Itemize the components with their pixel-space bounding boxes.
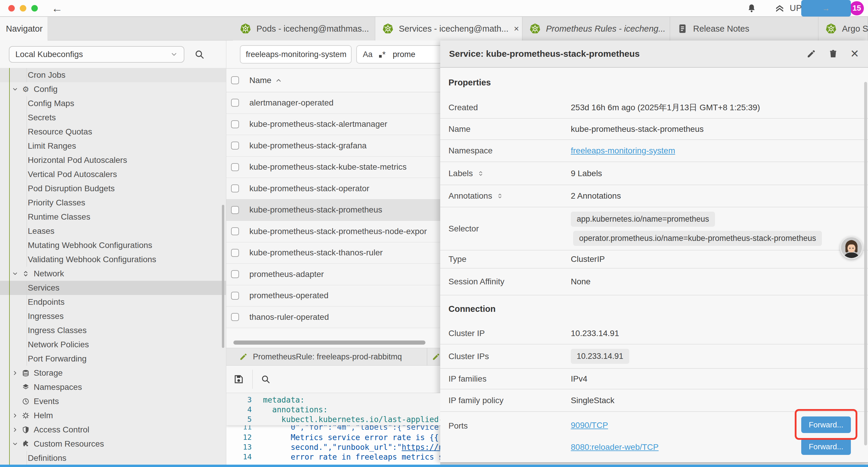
chevron-down-icon[interactable]: [12, 441, 18, 447]
yaml-editor[interactable]: 3metadata: 4 annotations: 5 kubectl.kube…: [226, 393, 440, 465]
delete-trash-icon[interactable]: [829, 49, 838, 59]
row-checkbox[interactable]: [231, 206, 239, 214]
tab-services[interactable]: Services - icecheng@math... ×: [375, 17, 522, 40]
sidebar-item-config-maps[interactable]: Config Maps: [0, 96, 226, 111]
sidebar-group-network[interactable]: Network: [0, 267, 226, 281]
table-row[interactable]: prometheus-operated: [226, 285, 440, 307]
row-checkbox[interactable]: [231, 292, 239, 300]
row-checkbox[interactable]: [231, 99, 239, 107]
forward-port-button[interactable]: Forward...: [801, 438, 851, 455]
minimize-window-button[interactable]: [20, 5, 26, 11]
sidebar-item-vertical-pod-autoscalers[interactable]: Vertical Pod Autoscalers: [0, 167, 226, 181]
close-tab-icon[interactable]: ×: [514, 24, 519, 34]
forward-button[interactable]: →: [801, 0, 851, 17]
expand-collapse-icon[interactable]: [496, 193, 503, 200]
port-link-8080[interactable]: 8080:reloader-web/TCP: [571, 442, 658, 453]
sidebar-item-horizontal-pod-autoscalers[interactable]: Horizontal Pod Autoscalers: [0, 153, 226, 167]
sidebar-item-endpoints[interactable]: Endpoints: [0, 295, 226, 309]
tab-prometheus-rules[interactable]: Prometheus Rules - icecheng...: [522, 17, 670, 40]
tab-pods[interactable]: Pods - icecheng@mathmas...: [233, 17, 375, 40]
port-link-9090[interactable]: 9090/TCP: [571, 420, 658, 431]
table-row[interactable]: alertmanager-operated: [226, 92, 440, 114]
editor-tab-partial[interactable]: [427, 348, 440, 365]
filter-query-input[interactable]: [392, 50, 438, 59]
assistant-avatar[interactable]: [840, 236, 863, 259]
sidebar-item-port-forwarding[interactable]: Port Forwarding: [0, 352, 226, 366]
sidebar-group-access-control[interactable]: Access Control: [0, 423, 226, 437]
chevron-right-icon[interactable]: [12, 412, 18, 419]
row-checkbox[interactable]: [231, 163, 239, 171]
save-icon[interactable]: [234, 374, 244, 384]
sidebar-item-secrets[interactable]: Secrets: [0, 111, 226, 125]
row-checkbox[interactable]: [231, 249, 239, 257]
editor-tab-prometheusrule[interactable]: PrometheusRule: freeleaps-prod-rabbitmq: [226, 348, 427, 365]
name-filter-box[interactable]: Aa *: [356, 45, 440, 63]
sidebar-item-validating-webhook-configurations[interactable]: Validating Webhook Configurations: [0, 253, 226, 267]
notifications-bell-icon[interactable]: [747, 3, 756, 13]
sidebar-group-storage[interactable]: Storage: [0, 366, 226, 380]
search-icon[interactable]: [194, 49, 205, 59]
tab-navigator[interactable]: Navigator: [0, 17, 48, 40]
namespace-link[interactable]: freeleaps-monitoring-system: [571, 146, 675, 155]
table-row[interactable]: kube-prometheus-stack-operator: [226, 178, 440, 200]
drawer-scrollbar[interactable]: [864, 82, 867, 445]
row-checkbox[interactable]: [231, 120, 239, 128]
sidebar-item-resource-quotas[interactable]: Resource Quotas: [0, 125, 226, 139]
sidebar-item-runtime-classes[interactable]: Runtime Classes: [0, 210, 226, 224]
chevron-down-icon[interactable]: [12, 86, 18, 92]
row-checkbox[interactable]: [231, 184, 239, 193]
row-checkbox[interactable]: [231, 313, 239, 321]
sidebar-group-helm[interactable]: Helm: [0, 408, 226, 423]
kubeconfig-selector[interactable]: Local Kubeconfigs: [9, 46, 184, 63]
table-row[interactable]: prometheus-adapter: [226, 264, 440, 285]
table-row[interactable]: kube-prometheus-stack-prometheus-node-ex…: [226, 221, 440, 242]
namespace-selector[interactable]: freeleaps-monitoring-system: [240, 45, 351, 63]
back-button[interactable]: ←: [52, 3, 63, 14]
tab-release-notes[interactable]: Release Notes: [670, 17, 818, 40]
expand-collapse-icon[interactable]: [477, 170, 484, 177]
sidebar-item-cron-jobs[interactable]: Cron Jobs: [0, 68, 226, 82]
sidebar-item-mutating-webhook-configurations[interactable]: Mutating Webhook Configurations: [0, 238, 226, 253]
table-row[interactable]: kube-prometheus-stack-grafana: [226, 135, 440, 157]
sidebar-item-events[interactable]: Events: [0, 394, 226, 408]
runbook-url-link[interactable]: https://net: [402, 443, 440, 451]
chevron-right-icon[interactable]: [12, 427, 18, 433]
row-checkbox[interactable]: [231, 270, 239, 278]
match-case-toggle[interactable]: Aa: [363, 50, 373, 59]
sidebar-item-namespaces[interactable]: Namespaces: [0, 380, 226, 394]
table-row[interactable]: kube-prometheus-stack-thanos-ruler: [226, 242, 440, 264]
sidebar-item-services[interactable]: Services: [0, 281, 226, 295]
table-row-selected[interactable]: kube-prometheus-stack-prometheus: [226, 200, 440, 221]
sidebar-item-ingresses[interactable]: Ingresses: [0, 309, 226, 323]
sidebar-item-ingress-classes[interactable]: Ingress Classes: [0, 323, 226, 338]
sidebar-item-limit-ranges[interactable]: Limit Ranges: [0, 139, 226, 153]
search-icon[interactable]: [261, 375, 270, 384]
editor-tab-bar: PrometheusRule: freeleaps-prod-rabbitmq: [226, 348, 440, 366]
edit-pencil-icon[interactable]: [807, 49, 816, 59]
zoom-window-button[interactable]: [31, 5, 38, 11]
close-drawer-icon[interactable]: ✕: [850, 49, 859, 59]
notification-count-badge[interactable]: 15: [850, 1, 864, 16]
regex-toggle[interactable]: *: [379, 50, 385, 59]
sidebar-item-network-policies[interactable]: Network Policies: [0, 338, 226, 352]
sidebar-group-custom-resources[interactable]: Custom Resources: [0, 437, 226, 451]
table-row[interactable]: kube-prometheus-stack-kube-state-metrics: [226, 157, 440, 178]
sidebar-scrollbar[interactable]: [222, 205, 224, 348]
tab-argo[interactable]: Argo Se: [818, 17, 868, 40]
sidebar-item-definitions[interactable]: Definitions: [0, 451, 226, 465]
row-checkbox[interactable]: [231, 142, 239, 150]
upgrade-chevrons-icon[interactable]: [774, 3, 785, 13]
column-header-name[interactable]: Name: [249, 76, 282, 85]
table-row[interactable]: kube-prometheus-stack-alertmanager: [226, 114, 440, 135]
sidebar-item-leases[interactable]: Leases: [0, 224, 226, 238]
chevron-down-icon[interactable]: [12, 270, 18, 277]
select-all-checkbox[interactable]: [231, 76, 239, 84]
sidebar-item-priority-classes[interactable]: Priority Classes: [0, 196, 226, 210]
horizontal-scrollbar[interactable]: [234, 341, 426, 345]
sidebar-group-config[interactable]: ⚙ Config: [0, 82, 226, 96]
close-window-button[interactable]: [8, 5, 15, 11]
chevron-right-icon[interactable]: [12, 370, 18, 376]
row-checkbox[interactable]: [231, 227, 239, 235]
table-row[interactable]: thanos-ruler-operated: [226, 307, 440, 328]
sidebar-item-pod-disruption-budgets[interactable]: Pod Disruption Budgets: [0, 181, 226, 196]
